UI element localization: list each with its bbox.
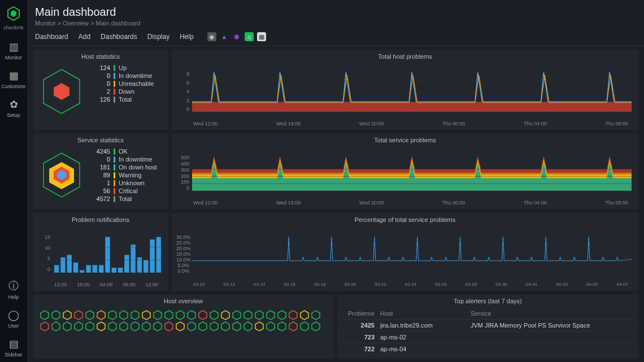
host-hex[interactable] — [119, 321, 129, 332]
host-hex[interactable] — [232, 321, 242, 332]
svg-marker-97 — [312, 322, 320, 331]
stat-row[interactable]: 0Unreachable — [90, 80, 164, 87]
host-hex[interactable] — [266, 321, 276, 332]
host-hex[interactable] — [254, 321, 264, 332]
svg-rect-31 — [124, 255, 129, 273]
stat-row[interactable]: 0In downtime — [90, 72, 164, 79]
host-hex[interactable] — [186, 321, 197, 332]
svg-rect-28 — [105, 237, 110, 272]
globe-icon[interactable]: ◉ — [207, 32, 216, 41]
svg-marker-76 — [75, 322, 82, 331]
host-hex[interactable] — [220, 321, 230, 332]
host-overview-panel: Host overview — [33, 294, 334, 359]
host-hex[interactable] — [62, 321, 72, 332]
host-hex[interactable] — [96, 321, 106, 332]
stat-row[interactable]: 124Up — [90, 64, 164, 71]
host-hex[interactable] — [153, 310, 163, 320]
host-hex[interactable] — [186, 310, 197, 320]
host-hex[interactable] — [164, 321, 174, 332]
svg-marker-56 — [131, 311, 139, 320]
stat-row[interactable]: 0In downtime — [90, 156, 164, 163]
svg-marker-79 — [108, 322, 116, 331]
host-hex[interactable] — [51, 310, 61, 320]
host-hex[interactable] — [85, 321, 95, 332]
sidebar-item-monitor[interactable]: ▥ Monitor — [0, 36, 27, 65]
host-hex[interactable] — [141, 321, 151, 332]
host-hex[interactable] — [73, 310, 84, 320]
stat-row[interactable]: 2Down — [90, 88, 164, 95]
host-hex[interactable] — [209, 321, 219, 332]
host-hex[interactable] — [311, 321, 321, 332]
svg-marker-78 — [97, 322, 105, 331]
host-hex[interactable] — [73, 321, 84, 332]
warning-icon[interactable]: ▲ — [220, 32, 229, 41]
host-stat-list: 124Up0In downtime0Unreachable2Down126Tot… — [90, 63, 164, 120]
col-probleme: Probleme — [346, 310, 380, 317]
host-hex[interactable] — [153, 321, 163, 332]
host-hex[interactable] — [62, 310, 72, 320]
host-hex[interactable] — [164, 310, 174, 320]
stat-row[interactable]: 56Critical — [90, 187, 164, 194]
host-hex[interactable] — [220, 310, 230, 320]
calendar-icon[interactable]: ▦ — [257, 32, 266, 41]
host-hex[interactable] — [119, 310, 129, 320]
host-hex[interactable] — [107, 310, 118, 320]
host-hex[interactable] — [198, 310, 208, 320]
svg-marker-64 — [221, 311, 229, 320]
host-hex[interactable] — [243, 310, 253, 320]
host-hex[interactable] — [266, 310, 276, 320]
stat-row[interactable]: 4572Total — [90, 195, 164, 202]
toolbar-dashboard[interactable]: Dashboard — [35, 33, 68, 41]
host-hex[interactable] — [175, 321, 185, 332]
svg-marker-48 — [41, 311, 49, 320]
sidebar-item-customize[interactable]: ▦ Customize — [0, 65, 27, 94]
host-hex[interactable] — [232, 310, 242, 320]
svg-rect-25 — [86, 265, 90, 273]
toolbar-dashboards[interactable]: Dashboards — [101, 33, 137, 41]
host-hex[interactable] — [175, 310, 185, 320]
svg-marker-92 — [255, 322, 263, 331]
stat-row[interactable]: 1Unknown — [90, 180, 164, 186]
host-hex[interactable] — [40, 321, 50, 332]
toolbar-help[interactable]: Help — [180, 33, 194, 41]
gear-icon: ✿ — [10, 98, 18, 111]
stat-row[interactable]: 4245OK — [90, 148, 164, 155]
host-hex[interactable] — [96, 310, 106, 320]
svg-marker-61 — [188, 311, 195, 320]
sidebar-item-help[interactable]: ⓘ Help — [0, 274, 27, 304]
host-hex[interactable] — [288, 321, 298, 332]
host-hex[interactable] — [85, 310, 95, 320]
sidebar-item-user[interactable]: ◯ User — [0, 304, 27, 333]
host-hex[interactable] — [130, 310, 140, 320]
stat-row[interactable]: 181On down host — [90, 164, 164, 171]
host-hex[interactable] — [209, 310, 219, 320]
sidebar-item-sidebar[interactable]: ▤ Sidebar — [0, 333, 27, 362]
table-row[interactable]: 723ap-ms-02 — [342, 332, 634, 343]
host-hex[interactable] — [311, 310, 321, 320]
table-row[interactable]: 722ap-ms-04 — [342, 343, 634, 355]
host-hex[interactable] — [51, 321, 61, 332]
toolbar-display[interactable]: Display — [147, 33, 169, 41]
host-hex[interactable] — [198, 321, 208, 332]
sidebar-item-setup[interactable]: ✿ Setup — [0, 94, 27, 123]
stat-row[interactable]: 89Warning — [90, 172, 164, 178]
host-hex[interactable] — [277, 310, 287, 320]
spotify-icon[interactable]: ♫ — [245, 32, 254, 41]
host-hex[interactable] — [288, 310, 298, 320]
host-hex[interactable] — [277, 321, 287, 332]
svg-rect-21 — [60, 257, 65, 272]
toolbar-add[interactable]: Add — [79, 33, 90, 41]
cube-icon[interactable]: ⬢ — [232, 32, 241, 41]
host-hex[interactable] — [141, 310, 151, 320]
host-hex[interactable] — [40, 310, 50, 320]
host-hex[interactable] — [299, 321, 310, 332]
table-row[interactable]: 2425jira.lan.tribe29.comJVM JIRA Memory … — [342, 320, 634, 332]
host-hex[interactable] — [299, 310, 310, 320]
host-hex[interactable] — [130, 321, 140, 332]
sidebar-item-label: Setup — [7, 112, 20, 118]
svg-rect-26 — [93, 265, 97, 273]
stat-row[interactable]: 126Total — [90, 96, 164, 103]
host-hex[interactable] — [254, 310, 264, 320]
host-hex[interactable] — [107, 321, 118, 332]
host-hex[interactable] — [243, 321, 253, 332]
